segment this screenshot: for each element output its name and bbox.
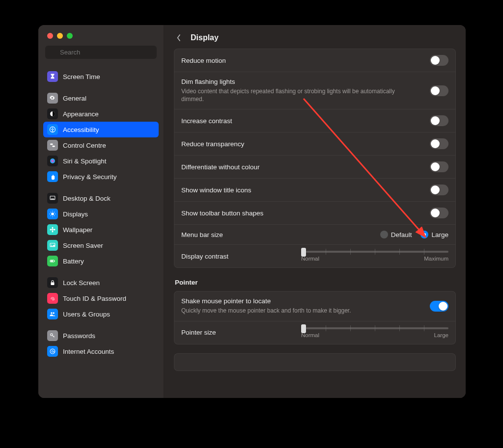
radio-button[interactable]	[420, 231, 428, 238]
svg-point-23	[51, 244, 52, 245]
svg-point-8	[51, 212, 54, 215]
toggle-reduceMotion[interactable]	[430, 55, 448, 66]
setting-label: Show window title icons	[181, 186, 430, 194]
sidebar-item-desktop[interactable]: Desktop & Dock	[43, 190, 159, 206]
sidebar-item-label: Control Centre	[63, 142, 106, 149]
sidebar-item-general[interactable]: General	[43, 90, 159, 106]
slider-displayContrast[interactable]	[301, 251, 448, 253]
radio-option-default[interactable]: Default	[380, 231, 412, 238]
sidebar-item-label: Screen Time	[63, 73, 100, 80]
svg-rect-26	[51, 261, 54, 262]
setting-description: Video content that depicts repeated flas…	[181, 87, 407, 103]
sidebar-item-label: Passwords	[63, 332, 95, 340]
setting-label: Reduce transparency	[181, 140, 430, 148]
sidebar-item-appearance[interactable]: Appearance	[43, 106, 159, 122]
sidebar-item-label: Appearance	[63, 110, 99, 118]
svg-point-20	[50, 229, 52, 231]
sidebar-item-accessibility[interactable]: Accessibility	[43, 122, 159, 137]
toggle-dimFlashing[interactable]	[430, 85, 448, 96]
svg-rect-27	[51, 282, 55, 285]
sidebar-item-internet[interactable]: Internet Accounts	[43, 343, 159, 359]
toggle-toolbarShapes[interactable]	[430, 208, 448, 218]
setting-row-reduceTransparency: Reduce transparency	[174, 132, 455, 156]
sidebar-item-passwords[interactable]: Passwords	[43, 328, 159, 343]
main-header: Display	[164, 25, 466, 49]
main-body[interactable]: Reduce motionDim flashing lightsVideo co…	[164, 49, 466, 398]
sidebar-list[interactable]: Screen TimeGeneralAppearanceAccessibilit…	[38, 63, 164, 398]
sidebar-item-users[interactable]: Users & Groups	[43, 306, 159, 322]
slider-knob[interactable]	[301, 324, 306, 333]
at-icon	[47, 346, 58, 357]
radio-option-large[interactable]: Large	[420, 231, 448, 238]
hand-icon	[47, 171, 58, 182]
key-icon	[47, 330, 58, 341]
switches-icon	[47, 140, 58, 151]
sidebar-item-label: Users & Groups	[63, 311, 110, 318]
pointer-section-label: Pointer	[174, 277, 456, 291]
zoom-button[interactable]	[67, 33, 73, 39]
toggle-diffColour[interactable]	[430, 161, 448, 172]
svg-rect-4	[52, 146, 55, 147]
sidebar-item-privacy[interactable]: Privacy & Security	[43, 169, 159, 184]
main-pane: Display Reduce motionDim flashing lights…	[164, 25, 466, 398]
sidebar-item-label: Siri & Spotlight	[63, 158, 107, 165]
sidebar-item-screensaver[interactable]: Screen Saver	[43, 237, 159, 253]
svg-point-18	[52, 227, 54, 229]
toggle-reduceTransparency[interactable]	[430, 138, 448, 149]
setting-label: Menu bar size	[181, 231, 380, 238]
svg-line-14	[54, 215, 55, 216]
svg-rect-25	[55, 261, 55, 261]
flower-icon	[47, 224, 58, 235]
svg-point-28	[51, 312, 53, 314]
sidebar-item-siri[interactable]: Siri & Spotlight	[43, 153, 159, 169]
svg-line-15	[51, 215, 51, 216]
pointer-settings-panel: Shake mouse pointer to locateQuickly mov…	[174, 291, 456, 344]
search-wrap	[38, 39, 164, 63]
radio-label: Default	[391, 231, 412, 238]
sidebar-item-label: Battery	[63, 258, 84, 265]
back-button[interactable]	[174, 33, 184, 43]
sidebar-item-label: Accessibility	[63, 126, 99, 133]
toggle-increaseContrast[interactable]	[430, 115, 448, 126]
toggle-titleIcons[interactable]	[430, 184, 448, 195]
dock-icon	[47, 193, 58, 204]
page-title: Display	[191, 33, 219, 42]
search-input[interactable]	[45, 46, 157, 59]
setting-row-menuBarSize: Menu bar sizeDefaultLarge	[174, 225, 455, 245]
radio-button[interactable]	[380, 231, 388, 238]
setting-label: Shake mouse pointer to locate	[181, 297, 430, 305]
sidebar-item-screentime[interactable]: Screen Time	[43, 69, 159, 84]
system-settings-window: Screen TimeGeneralAppearanceAccessibilit…	[38, 25, 466, 398]
lock-icon	[47, 277, 58, 288]
slider-knob[interactable]	[301, 248, 306, 257]
sidebar-item-label: Lock Screen	[63, 279, 100, 287]
sidebar-item-displays[interactable]: Displays	[43, 206, 159, 222]
minimize-button[interactable]	[57, 33, 63, 39]
setting-row-reduceMotion: Reduce motion	[174, 49, 455, 72]
svg-rect-3	[50, 144, 53, 145]
sidebar-item-touchid[interactable]: Touch ID & Password	[43, 290, 159, 306]
setting-row-dimFlashing: Dim flashing lightsVideo content that de…	[174, 72, 455, 109]
sidebar-item-wallpaper[interactable]: Wallpaper	[43, 222, 159, 237]
svg-point-21	[53, 229, 55, 231]
frame-icon	[47, 240, 58, 251]
sidebar-item-battery[interactable]: Battery	[43, 253, 159, 269]
sidebar-item-label: Touch ID & Password	[63, 295, 126, 302]
svg-point-32	[52, 350, 54, 352]
svg-line-13	[51, 212, 51, 212]
setting-row-titleIcons: Show window title icons	[174, 179, 455, 202]
sidebar-item-lockscreen[interactable]: Lock Screen	[43, 275, 159, 290]
slider-pointerSize[interactable]	[301, 327, 448, 329]
slider-min-label: Normal	[301, 256, 319, 262]
setting-label: Pointer size	[181, 329, 296, 336]
display-settings-panel: Reduce motionDim flashing lightsVideo co…	[174, 49, 456, 268]
sidebar-item-controlcentre[interactable]: Control Centre	[43, 137, 159, 153]
contrast-icon	[47, 108, 58, 119]
toggle-shakePointer[interactable]	[430, 301, 448, 312]
close-button[interactable]	[47, 33, 53, 39]
sun-icon	[47, 209, 58, 219]
people-icon	[47, 309, 58, 319]
setting-label: Differentiate without colour	[181, 163, 430, 171]
sidebar: Screen TimeGeneralAppearanceAccessibilit…	[38, 25, 164, 398]
setting-row-shakePointer: Shake mouse pointer to locateQuickly mov…	[174, 291, 455, 321]
